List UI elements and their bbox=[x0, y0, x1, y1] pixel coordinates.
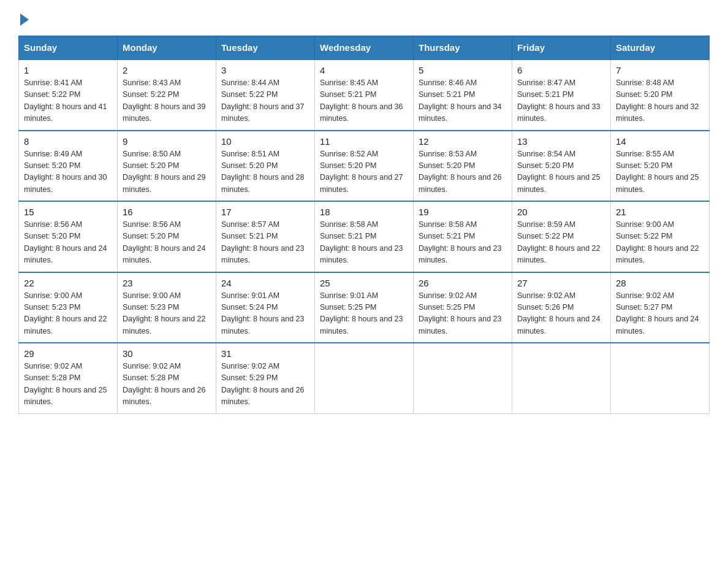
day-number: 25 bbox=[320, 278, 408, 288]
sunset-label: Sunset: 5:28 PM bbox=[123, 373, 179, 382]
logo-arrow-icon bbox=[20, 13, 29, 26]
sunset-label: Sunset: 5:21 PM bbox=[320, 232, 376, 240]
sunset-label: Sunset: 5:20 PM bbox=[123, 232, 179, 240]
sunset-label: Sunset: 5:20 PM bbox=[24, 232, 80, 240]
sunset-label: Sunset: 5:21 PM bbox=[320, 90, 376, 99]
calendar-day-cell: 17 Sunrise: 8:57 AM Sunset: 5:21 PM Dayl… bbox=[216, 201, 315, 272]
sunset-label: Sunset: 5:26 PM bbox=[517, 303, 574, 312]
day-of-week-header: Thursday bbox=[414, 36, 512, 60]
sunrise-label: Sunrise: 8:55 AM bbox=[616, 150, 674, 158]
daylight-label: Daylight: 8 hours and 25 minutes. bbox=[616, 173, 699, 193]
daylight-label: Daylight: 8 hours and 37 minutes. bbox=[221, 102, 305, 123]
day-number: 21 bbox=[616, 207, 704, 217]
day-info: Sunrise: 8:57 AM Sunset: 5:21 PM Dayligh… bbox=[221, 219, 309, 267]
day-number: 6 bbox=[517, 65, 605, 75]
calendar-day-cell: 20 Sunrise: 8:59 AM Sunset: 5:22 PM Dayl… bbox=[512, 201, 611, 272]
sunset-label: Sunset: 5:22 PM bbox=[24, 90, 80, 99]
day-info: Sunrise: 8:48 AM Sunset: 5:20 PM Dayligh… bbox=[616, 77, 704, 125]
sunset-label: Sunset: 5:27 PM bbox=[616, 303, 672, 312]
sunrise-label: Sunrise: 8:46 AM bbox=[419, 79, 477, 87]
day-of-week-header: Friday bbox=[512, 36, 611, 60]
daylight-label: Daylight: 8 hours and 24 minutes. bbox=[123, 244, 206, 264]
calendar-day-cell: 18 Sunrise: 8:58 AM Sunset: 5:21 PM Dayl… bbox=[315, 201, 414, 272]
day-info: Sunrise: 9:00 AM Sunset: 5:22 PM Dayligh… bbox=[616, 219, 704, 267]
daylight-label: Daylight: 8 hours and 26 minutes. bbox=[419, 173, 502, 193]
sunset-label: Sunset: 5:23 PM bbox=[24, 303, 80, 312]
day-number: 30 bbox=[123, 348, 211, 359]
sunset-label: Sunset: 5:20 PM bbox=[320, 161, 376, 170]
daylight-label: Daylight: 8 hours and 25 minutes. bbox=[517, 173, 601, 193]
sunset-label: Sunset: 5:21 PM bbox=[517, 90, 574, 99]
day-number: 10 bbox=[221, 136, 309, 147]
sunset-label: Sunset: 5:22 PM bbox=[123, 90, 179, 99]
calendar-day-cell: 19 Sunrise: 8:58 AM Sunset: 5:21 PM Dayl… bbox=[414, 201, 512, 272]
day-number: 2 bbox=[123, 65, 211, 75]
calendar-day-cell: 10 Sunrise: 8:51 AM Sunset: 5:20 PM Dayl… bbox=[216, 131, 315, 202]
calendar-day-cell: 15 Sunrise: 8:56 AM Sunset: 5:20 PM Dayl… bbox=[19, 201, 118, 272]
sunset-label: Sunset: 5:21 PM bbox=[419, 232, 475, 240]
calendar-day-cell: 16 Sunrise: 8:56 AM Sunset: 5:20 PM Dayl… bbox=[118, 201, 216, 272]
calendar-table: SundayMondayTuesdayWednesdayThursdayFrid… bbox=[18, 36, 710, 414]
daylight-label: Daylight: 8 hours and 36 minutes. bbox=[320, 102, 403, 123]
calendar-day-cell: 28 Sunrise: 9:02 AM Sunset: 5:27 PM Dayl… bbox=[611, 272, 710, 343]
sunrise-label: Sunrise: 8:48 AM bbox=[616, 79, 674, 87]
daylight-label: Daylight: 8 hours and 23 minutes. bbox=[419, 244, 502, 264]
calendar-day-cell: 21 Sunrise: 9:00 AM Sunset: 5:22 PM Dayl… bbox=[611, 201, 710, 272]
day-info: Sunrise: 8:45 AM Sunset: 5:21 PM Dayligh… bbox=[320, 77, 408, 125]
day-info: Sunrise: 8:52 AM Sunset: 5:20 PM Dayligh… bbox=[320, 148, 408, 196]
daylight-label: Daylight: 8 hours and 25 minutes. bbox=[24, 386, 107, 406]
sunset-label: Sunset: 5:23 PM bbox=[123, 303, 179, 312]
day-info: Sunrise: 9:00 AM Sunset: 5:23 PM Dayligh… bbox=[123, 290, 211, 338]
day-info: Sunrise: 9:02 AM Sunset: 5:28 PM Dayligh… bbox=[24, 361, 112, 408]
calendar-day-cell bbox=[414, 343, 512, 413]
day-info: Sunrise: 8:54 AM Sunset: 5:20 PM Dayligh… bbox=[517, 148, 605, 196]
sunrise-label: Sunrise: 8:44 AM bbox=[221, 79, 279, 87]
calendar-day-cell: 23 Sunrise: 9:00 AM Sunset: 5:23 PM Dayl… bbox=[118, 272, 216, 343]
sunset-label: Sunset: 5:28 PM bbox=[24, 373, 80, 382]
sunset-label: Sunset: 5:22 PM bbox=[221, 90, 278, 99]
calendar-day-cell: 8 Sunrise: 8:49 AM Sunset: 5:20 PM Dayli… bbox=[19, 131, 118, 202]
day-info: Sunrise: 8:56 AM Sunset: 5:20 PM Dayligh… bbox=[123, 219, 211, 267]
sunset-label: Sunset: 5:22 PM bbox=[517, 232, 574, 240]
day-info: Sunrise: 8:58 AM Sunset: 5:21 PM Dayligh… bbox=[419, 219, 507, 267]
day-number: 11 bbox=[320, 136, 408, 147]
day-number: 20 bbox=[517, 207, 605, 217]
sunrise-label: Sunrise: 8:57 AM bbox=[221, 220, 279, 229]
sunset-label: Sunset: 5:20 PM bbox=[517, 161, 574, 170]
day-info: Sunrise: 8:43 AM Sunset: 5:22 PM Dayligh… bbox=[123, 77, 211, 125]
day-info: Sunrise: 9:02 AM Sunset: 5:27 PM Dayligh… bbox=[616, 290, 704, 338]
calendar-day-cell: 25 Sunrise: 9:01 AM Sunset: 5:25 PM Dayl… bbox=[315, 272, 414, 343]
day-number: 24 bbox=[221, 278, 309, 288]
sunrise-label: Sunrise: 9:02 AM bbox=[419, 291, 477, 300]
day-info: Sunrise: 9:01 AM Sunset: 5:24 PM Dayligh… bbox=[221, 290, 309, 338]
calendar-day-cell: 13 Sunrise: 8:54 AM Sunset: 5:20 PM Dayl… bbox=[512, 131, 611, 202]
daylight-label: Daylight: 8 hours and 32 minutes. bbox=[616, 102, 699, 123]
calendar-day-cell: 2 Sunrise: 8:43 AM Sunset: 5:22 PM Dayli… bbox=[118, 59, 216, 131]
calendar-day-cell: 24 Sunrise: 9:01 AM Sunset: 5:24 PM Dayl… bbox=[216, 272, 315, 343]
sunrise-label: Sunrise: 8:47 AM bbox=[517, 79, 575, 87]
day-info: Sunrise: 8:51 AM Sunset: 5:20 PM Dayligh… bbox=[221, 148, 309, 196]
day-number: 22 bbox=[24, 278, 112, 288]
sunset-label: Sunset: 5:20 PM bbox=[24, 161, 80, 170]
calendar-day-cell: 5 Sunrise: 8:46 AM Sunset: 5:21 PM Dayli… bbox=[414, 59, 512, 131]
day-of-week-header: Sunday bbox=[19, 36, 118, 60]
sunset-label: Sunset: 5:25 PM bbox=[320, 303, 376, 312]
sunrise-label: Sunrise: 8:56 AM bbox=[24, 220, 82, 229]
day-number: 31 bbox=[221, 348, 309, 359]
daylight-label: Daylight: 8 hours and 29 minutes. bbox=[123, 173, 206, 193]
day-info: Sunrise: 8:44 AM Sunset: 5:22 PM Dayligh… bbox=[221, 77, 309, 125]
day-info: Sunrise: 8:41 AM Sunset: 5:22 PM Dayligh… bbox=[24, 77, 112, 125]
day-number: 4 bbox=[320, 65, 408, 75]
calendar-week-row: 22 Sunrise: 9:00 AM Sunset: 5:23 PM Dayl… bbox=[19, 272, 710, 343]
day-info: Sunrise: 8:46 AM Sunset: 5:21 PM Dayligh… bbox=[419, 77, 507, 125]
day-info: Sunrise: 8:58 AM Sunset: 5:21 PM Dayligh… bbox=[320, 219, 408, 267]
sunset-label: Sunset: 5:24 PM bbox=[221, 303, 278, 312]
sunrise-label: Sunrise: 9:02 AM bbox=[616, 291, 674, 300]
calendar-day-cell: 1 Sunrise: 8:41 AM Sunset: 5:22 PM Dayli… bbox=[19, 59, 118, 131]
sunrise-label: Sunrise: 8:56 AM bbox=[123, 220, 181, 229]
day-number: 13 bbox=[517, 136, 605, 147]
daylight-label: Daylight: 8 hours and 24 minutes. bbox=[616, 315, 699, 335]
sunset-label: Sunset: 5:20 PM bbox=[221, 161, 278, 170]
daylight-label: Daylight: 8 hours and 39 minutes. bbox=[123, 102, 206, 123]
calendar-day-cell bbox=[512, 343, 611, 413]
